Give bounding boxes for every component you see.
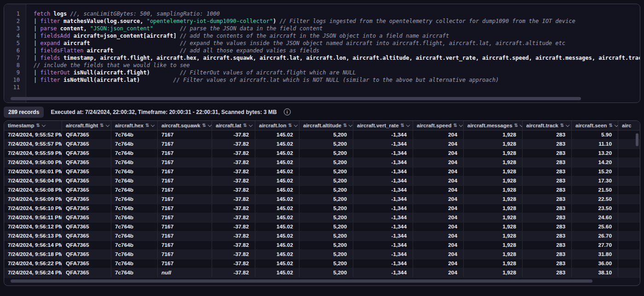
- table-row[interactable]: 7/24/2024, 9:55:52 PMQFA73657c764b7167-3…: [4, 131, 640, 140]
- column-header-squawk[interactable]: aircraft.squawk⇅: [158, 121, 212, 130]
- cell-extra: [618, 149, 640, 158]
- chevron-down-icon[interactable]: [208, 124, 212, 127]
- table-row[interactable]: 7/24/2024, 9:55:57 PMQFA73657c764b7167-3…: [4, 140, 640, 149]
- table-row[interactable]: 7/24/2024, 9:55:59 PMQFA73657c764b7167-3…: [4, 149, 640, 158]
- code-token: "opentelemetry-iot-dump1090-collector": [147, 18, 273, 24]
- table-row[interactable]: 7/24/2024, 9:56:11 PMQFA73657c764b7167-3…: [4, 213, 640, 222]
- column-label: aircraft.squawk: [161, 123, 200, 128]
- chevron-down-icon[interactable]: [615, 124, 618, 127]
- sort-icon[interactable]: ⇅: [202, 123, 206, 128]
- code-line[interactable]: fetch logs //, scanLimitGBytes: 500, sam…: [34, 10, 640, 17]
- chevron-down-icon[interactable]: [106, 124, 109, 127]
- table-row[interactable]: 7/24/2024, 9:56:09 PMQFA73657c764b7167-3…: [4, 195, 640, 204]
- cell-flight: QFA7365: [62, 250, 111, 259]
- column-header-extra[interactable]: airc: [618, 121, 640, 130]
- table-row[interactable]: 7/24/2024, 9:56:22 PMQFA73657c764b7167-3…: [4, 259, 640, 268]
- editor-horizontal-scrollbar[interactable]: [11, 97, 581, 100]
- sort-icon[interactable]: ⇅: [609, 123, 612, 128]
- column-header-flight[interactable]: aircraft.flight⇅: [62, 121, 111, 130]
- column-header-vert_rate[interactable]: aircraft.vert_rate⇅: [353, 121, 413, 130]
- table-row[interactable]: 7/24/2024, 9:56:14 PMQFA73657c764b7167-3…: [4, 241, 640, 250]
- chevron-down-icon[interactable]: [151, 124, 155, 127]
- code-token: // Filter logs ingested from the opentel…: [280, 18, 575, 24]
- column-header-lon[interactable]: aircraft.lon⇅: [255, 121, 299, 130]
- table-row[interactable]: 7/24/2024, 9:56:00 PMQFA73657c764b7167-3…: [4, 158, 640, 167]
- cell-lat: -37.82: [212, 232, 255, 240]
- sort-icon[interactable]: ⇅: [514, 123, 518, 128]
- table-row[interactable]: 7/24/2024, 9:56:08 PMQFA73657c764b7167-3…: [4, 186, 640, 195]
- cell-timestamp: 7/24/2024, 9:56:04 PM: [4, 176, 62, 185]
- sort-icon[interactable]: ⇅: [343, 123, 347, 128]
- cell-hex: 7c764b: [111, 149, 158, 158]
- sort-icon[interactable]: ⇅: [145, 123, 149, 128]
- cell-hex: 7c764b: [111, 250, 158, 259]
- cell-speed: 204: [413, 149, 464, 158]
- chevron-down-icon[interactable]: [294, 124, 298, 127]
- chevron-down-icon[interactable]: [459, 124, 463, 127]
- sort-icon[interactable]: ⇅: [453, 123, 457, 128]
- cell-seen: 25.60: [572, 222, 618, 231]
- cell-track: 283: [523, 158, 572, 167]
- code-line[interactable]: // include the fields that we would like…: [34, 62, 640, 69]
- column-header-track[interactable]: aircraft.track⇅: [523, 121, 572, 130]
- table-row[interactable]: 7/24/2024, 9:56:01 PMQFA73657c764b7167-3…: [4, 167, 640, 176]
- cell-lat: -37.82: [212, 268, 255, 277]
- cell-hex: 7c764b: [111, 140, 158, 148]
- code-line[interactable]: | filter isNotNull(aircraft.lat) // Filt…: [34, 76, 640, 84]
- chevron-down-icon[interactable]: [42, 124, 46, 127]
- chevron-down-icon[interactable]: [566, 124, 569, 127]
- code-area[interactable]: fetch logs //, scanLimitGBytes: 500, sam…: [27, 4, 640, 102]
- code-line[interactable]: | fields timestamp, aircraft.flight, air…: [34, 54, 640, 62]
- table-row[interactable]: 7/24/2024, 9:56:04 PMQFA73657c764b7167-3…: [4, 176, 640, 186]
- cell-hex: 7c764b: [111, 222, 158, 231]
- chevron-down-icon[interactable]: [349, 124, 352, 127]
- column-header-altitude[interactable]: aircraft.altitude⇅: [299, 121, 353, 130]
- column-header-speed[interactable]: aircraft.speed⇅: [413, 121, 464, 130]
- chevron-down-icon[interactable]: [406, 124, 410, 127]
- table-row[interactable]: 7/24/2024, 9:56:10 PMQFA73657c764b7167-3…: [4, 204, 640, 213]
- code-line[interactable]: | parse content, "JSON:json_content" // …: [34, 25, 640, 32]
- table-row[interactable]: 7/24/2024, 9:56:12 PMQFA73657c764b7167-3…: [4, 222, 640, 232]
- sort-icon[interactable]: ⇅: [100, 123, 104, 128]
- query-editor[interactable]: 1234567891011 fetch logs //, scanLimitGB…: [4, 4, 640, 103]
- code-line[interactable]: [34, 84, 640, 91]
- table-row[interactable]: 7/24/2024, 9:56:13 PMQFA73657c764b7167-3…: [4, 232, 640, 241]
- table-vertical-scrollbar[interactable]: [636, 133, 638, 146]
- cell-lat: -37.82: [212, 176, 255, 185]
- chevron-down-icon[interactable]: [249, 124, 253, 127]
- column-header-lat[interactable]: aircraft.lat⇅: [212, 121, 255, 130]
- column-header-timestamp[interactable]: timestamp⇅: [4, 121, 62, 130]
- cell-squawk: null: [158, 268, 212, 277]
- table-row[interactable]: 7/24/2024, 9:56:24 PMQFA73657c764bnull-3…: [4, 268, 640, 278]
- code-line[interactable]: | expand aircraft // expand the values i…: [34, 40, 640, 47]
- line-number: 4: [4, 32, 26, 40]
- table-row[interactable]: 7/24/2024, 9:56:18 PMQFA73657c764b7167-3…: [4, 250, 640, 259]
- cell-flight: QFA7365: [62, 167, 111, 176]
- cell-seen: 11.10: [572, 140, 618, 148]
- cell-flight: QFA7365: [62, 176, 111, 185]
- info-icon[interactable]: i: [284, 108, 291, 115]
- code-line[interactable]: | fieldsFlatten aircraft // add all thos…: [34, 47, 640, 54]
- cell-timestamp: 7/24/2024, 9:56:01 PM: [4, 167, 62, 176]
- sort-icon[interactable]: ⇅: [560, 123, 564, 128]
- column-header-hex[interactable]: aircraft.hex⇅: [111, 121, 158, 130]
- code-token: |: [34, 33, 40, 39]
- code-line[interactable]: | filter matchesValue(log.source, "opent…: [34, 17, 640, 25]
- column-header-seen[interactable]: aircraft.seen⇅: [572, 121, 618, 130]
- cell-messages: 1,928: [464, 176, 523, 185]
- code-line[interactable]: | filterOut isNull(aircraft.flight) // F…: [34, 69, 640, 76]
- cell-timestamp: 7/24/2024, 9:56:22 PM: [4, 259, 62, 268]
- cell-altitude: 5,200: [299, 213, 353, 222]
- column-header-messages[interactable]: aircraft.messages⇅: [464, 121, 523, 130]
- cell-seen: 13.20: [572, 149, 618, 158]
- sort-icon[interactable]: ⇅: [401, 123, 404, 128]
- cell-track: 283: [523, 167, 572, 176]
- sort-icon[interactable]: ⇅: [243, 123, 247, 128]
- code-line[interactable]: | fieldsAdd aircraft=json_content[aircra…: [34, 32, 640, 40]
- sort-icon[interactable]: ⇅: [288, 123, 292, 128]
- code-token: [57, 25, 60, 32]
- table-horizontal-scrollbar[interactable]: [11, 279, 592, 283]
- cell-vert_rate: -1,344: [353, 250, 413, 259]
- cell-messages: 1,928: [464, 131, 523, 139]
- sort-icon[interactable]: ⇅: [36, 123, 40, 128]
